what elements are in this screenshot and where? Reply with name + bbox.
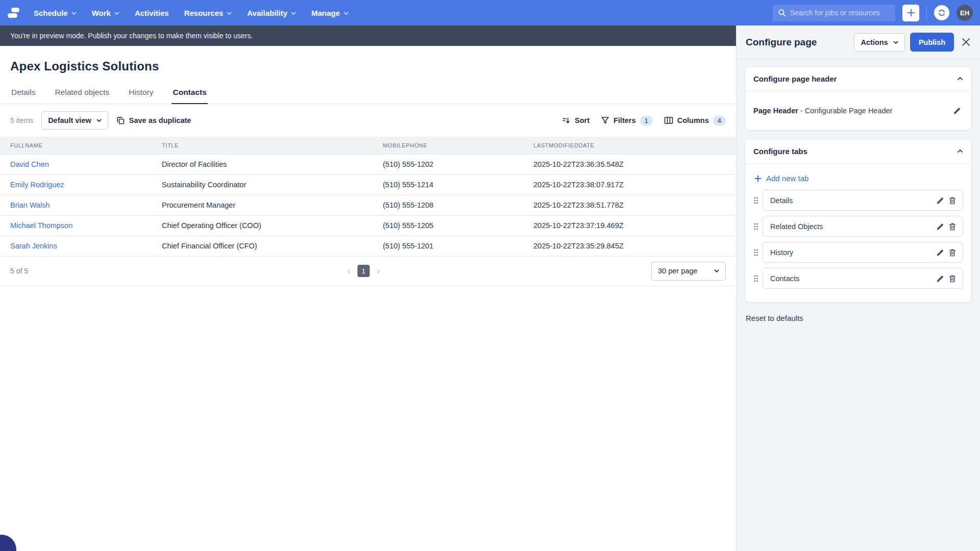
drag-handle-icon[interactable] — [753, 195, 758, 206]
record-tab[interactable]: History — [128, 85, 154, 104]
nav-menu-item-label: Schedule — [34, 9, 68, 17]
actions-dropdown[interactable]: Actions — [854, 33, 904, 52]
record-tab[interactable]: Related objects — [54, 85, 110, 104]
columns-label: Columns — [677, 116, 709, 124]
copy-icon — [116, 116, 125, 125]
edit-pencil-icon[interactable] — [951, 105, 963, 117]
create-new-button[interactable] — [902, 5, 919, 21]
user-avatar[interactable]: EH — [957, 5, 973, 21]
view-selector-dropdown[interactable]: Default view — [41, 111, 108, 130]
contact-title-cell: Director of Facilities — [156, 154, 377, 174]
trash-icon[interactable] — [946, 246, 959, 259]
page-title: Apex Logistics Solutions — [10, 59, 726, 73]
configurable-tab-row: History — [753, 242, 963, 263]
publish-button[interactable]: Publish — [910, 33, 954, 52]
nav-menu-item[interactable]: Resources — [184, 9, 232, 17]
configurable-tab-row: Details — [753, 190, 963, 211]
nav-menu-item[interactable]: Availability — [247, 9, 296, 17]
trash-icon[interactable] — [946, 272, 959, 285]
close-icon[interactable] — [960, 36, 972, 48]
record-tab-label: Details — [11, 88, 35, 96]
trash-icon[interactable] — [946, 194, 959, 207]
trash-icon[interactable] — [946, 220, 959, 233]
contact-name-link[interactable]: Emily Rodriguez — [10, 181, 64, 189]
preview-mode-text: You're in preview mode. Publish your cha… — [10, 32, 253, 40]
edit-pencil-icon[interactable] — [934, 272, 946, 285]
configurable-tab-row: Contacts — [753, 268, 963, 289]
save-as-duplicate-button[interactable]: Save as duplicate — [116, 116, 191, 125]
add-new-tab-button[interactable]: Add new tab — [753, 172, 810, 190]
contact-phone-cell: (510) 555-1202 — [377, 154, 527, 174]
contact-modified-cell: 2025-10-22T23:37:19.469Z — [527, 215, 736, 236]
chevron-up-icon — [957, 77, 963, 81]
nav-menu-item-label: Availability — [247, 9, 287, 17]
contact-modified-cell: 2025-10-22T23:35:29.845Z — [527, 236, 736, 256]
filters-button[interactable]: Filters 1 — [601, 116, 653, 126]
table-row: David Chen Director of Facilities (510) … — [0, 154, 736, 174]
record-tab-label: History — [129, 88, 153, 96]
contact-title-cell: Chief Financial Officer (CFO) — [156, 236, 377, 256]
nav-menu-item-label: Manage — [311, 9, 340, 17]
panel-body: Configure page header Page Header - Conf… — [737, 59, 980, 333]
edit-pencil-icon[interactable] — [934, 246, 946, 259]
nav-menu-item[interactable]: Work — [92, 9, 119, 17]
panel-header: Configure page Actions Publish — [737, 26, 980, 59]
contact-name-link[interactable]: Sarah Jenkins — [10, 242, 57, 250]
drag-handle-icon[interactable] — [753, 247, 758, 258]
contact-title-cell: Procurement Manager — [156, 195, 377, 215]
preview-mode-banner: You're in preview mode. Publish your cha… — [0, 26, 736, 46]
chevron-down-icon — [71, 11, 77, 15]
reset-to-defaults-button[interactable]: Reset to defaults — [745, 311, 804, 325]
filters-count-badge: 1 — [640, 116, 653, 126]
main-menu: Schedule Work Activities Resources — [34, 9, 349, 17]
app-logo-icon[interactable] — [6, 5, 21, 20]
record-tab[interactable]: Contacts — [172, 85, 207, 104]
page-size-dropdown[interactable]: 30 per page — [651, 262, 726, 281]
nav-menu-item[interactable]: Manage — [311, 9, 349, 17]
previous-page-button[interactable]: ‹ — [345, 265, 352, 277]
record-tab[interactable]: Details — [10, 85, 36, 104]
search-icon — [778, 9, 786, 17]
configure-page-panel: Configure page Actions Publish Configure… — [736, 26, 980, 551]
configure-header-card: Configure page header Page Header - Conf… — [745, 66, 972, 131]
sort-button[interactable]: Sort — [562, 116, 590, 124]
panel-title: Configure page — [746, 37, 817, 48]
configurable-tab-box: Related Objects — [763, 216, 963, 237]
table-row: Sarah Jenkins Chief Financial Officer (C… — [0, 236, 736, 256]
next-page-button[interactable]: › — [375, 265, 382, 277]
sort-icon — [562, 116, 571, 124]
configurable-tab-box: Details — [763, 190, 963, 211]
current-page-button[interactable]: 1 — [357, 265, 370, 277]
sync-icon[interactable] — [934, 5, 949, 20]
edit-pencil-icon[interactable] — [934, 194, 946, 207]
contact-modified-cell: 2025-10-22T23:38:51.778Z — [527, 195, 736, 215]
configurable-tab-label: History — [770, 248, 793, 257]
contact-modified-cell: 2025-10-22T23:36:35.548Z — [527, 154, 736, 174]
contact-name-link[interactable]: Michael Thompson — [10, 221, 72, 230]
save-as-duplicate-label: Save as duplicate — [129, 116, 191, 124]
top-nav: Schedule Work Activities Resources — [0, 0, 980, 26]
contact-name-link[interactable]: Brian Walsh — [10, 201, 50, 209]
configure-header-section-toggle[interactable]: Configure page header — [745, 67, 971, 91]
configure-tabs-section-toggle[interactable]: Configure tabs — [745, 139, 971, 164]
configurable-tab-box: History — [763, 242, 963, 263]
contact-phone-cell: (510) 555-1214 — [377, 174, 527, 195]
nav-divider — [926, 6, 927, 19]
columns-button[interactable]: Columns 4 — [664, 116, 726, 126]
global-search[interactable] — [773, 5, 895, 21]
contact-name-link[interactable]: David Chen — [10, 160, 49, 168]
nav-menu-item[interactable]: Activities — [135, 9, 169, 17]
drag-handle-icon[interactable] — [753, 273, 758, 284]
drag-handle-icon[interactable] — [753, 221, 758, 232]
nav-menu-item[interactable]: Schedule — [34, 9, 77, 17]
configure-tabs-card: Configure tabs Add new tab — [745, 139, 972, 303]
search-input[interactable] — [790, 9, 890, 17]
chevron-down-icon — [893, 40, 898, 44]
columns-count-badge: 4 — [713, 116, 726, 126]
chevron-down-icon — [714, 269, 719, 273]
toolbar-right-cluster: Sort Filters 1 Columns 4 — [562, 116, 726, 126]
configure-tabs-title: Configure tabs — [753, 147, 807, 156]
configurable-tab-label: Related Objects — [770, 222, 823, 231]
edit-pencil-icon[interactable] — [934, 220, 946, 233]
record-tabs: Details Related objects History Contacts — [0, 85, 736, 104]
